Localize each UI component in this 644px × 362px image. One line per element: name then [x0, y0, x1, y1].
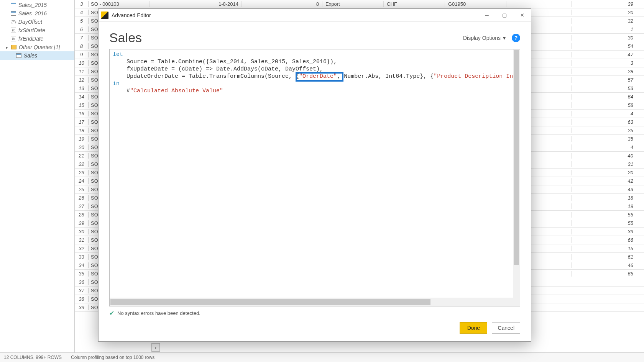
- display-options-label: Display Options: [463, 35, 501, 41]
- done-button[interactable]: Done: [460, 322, 487, 334]
- cell: 20: [571, 10, 644, 15]
- cell: Export: [322, 1, 384, 7]
- query-item-sales-2015[interactable]: Sales_2015: [0, 1, 74, 9]
- table-row[interactable]: 3SO - 0001031-8-20148ExportCHFG0195039: [75, 0, 644, 8]
- cell: 39: [571, 1, 644, 7]
- cell: 65: [571, 271, 644, 277]
- cell: 1: [571, 26, 644, 32]
- cell: G01950: [445, 1, 506, 7]
- cell: CHF: [384, 1, 445, 7]
- row-number: 25: [75, 187, 89, 192]
- cell: 18: [571, 195, 644, 201]
- row-number: 21: [75, 153, 89, 159]
- cell: 61: [571, 254, 644, 260]
- row-number: 34: [75, 262, 89, 268]
- row-number: 32: [75, 246, 89, 251]
- queries-pane: Sales_2015 Sales_2016 1²₃ DayOffset fx f…: [0, 0, 75, 352]
- row-number: 6: [75, 26, 89, 32]
- cell: 4: [571, 144, 644, 150]
- row-number: 26: [75, 195, 89, 201]
- function-icon: fx: [11, 36, 16, 41]
- row-number: 20: [75, 144, 89, 150]
- query-item-fxenddate[interactable]: fx fxEndDate: [0, 34, 74, 43]
- query-label: DayOffset: [18, 19, 42, 25]
- cell: 31: [571, 161, 644, 167]
- query-label: fxStartDate: [18, 27, 45, 33]
- code-editor[interactable]: let Source = Table.Combine({Sales_2014, …: [109, 49, 520, 306]
- cell: 28: [571, 69, 644, 74]
- table-icon: [16, 53, 21, 58]
- status-profiling: Column profiling based on top 1000 rows: [71, 355, 154, 360]
- row-number: 11: [75, 69, 89, 74]
- powerbi-icon: [101, 11, 108, 19]
- help-icon[interactable]: ?: [512, 34, 520, 42]
- query-label: Sales_2016: [18, 10, 47, 16]
- check-icon: ✔: [109, 310, 114, 317]
- row-number: 15: [75, 102, 89, 108]
- cell: 64: [571, 94, 644, 100]
- cell: SO - 000103: [89, 1, 150, 7]
- row-number: 31: [75, 237, 89, 243]
- chevron-down-icon: ▾: [503, 35, 506, 41]
- chevron-down-icon: [5, 44, 9, 50]
- cell: 25: [571, 128, 644, 133]
- cell: 46: [571, 262, 644, 268]
- table-icon: [11, 11, 16, 16]
- row-number: 37: [75, 288, 89, 293]
- row-number: 17: [75, 119, 89, 125]
- row-number: 16: [75, 111, 89, 116]
- row-number: 13: [75, 85, 89, 91]
- cell: 47: [571, 52, 644, 57]
- cancel-button[interactable]: Cancel: [492, 322, 520, 334]
- query-item-fxstartdate[interactable]: fx fxStartDate: [0, 26, 74, 34]
- row-number: 5: [75, 18, 89, 24]
- cell: 43: [571, 187, 644, 192]
- vertical-scrollbar[interactable]: [513, 49, 520, 298]
- row-number: 27: [75, 203, 89, 209]
- row-number: 9: [75, 52, 89, 57]
- query-label: Sales: [24, 52, 37, 59]
- row-number: 18: [75, 128, 89, 133]
- cell: 35: [571, 136, 644, 142]
- query-group-other[interactable]: Other Queries [1]: [0, 43, 74, 51]
- scrollbar-thumb[interactable]: [110, 299, 430, 305]
- syntax-status: ✔ No syntax errors have been detected.: [109, 306, 520, 317]
- minimize-button[interactable]: ─: [478, 9, 496, 22]
- query-item-sales-2016[interactable]: Sales_2016: [0, 9, 74, 18]
- statusbar: 12 COLUMNS, 999+ ROWS Column profiling b…: [0, 352, 644, 362]
- row-number: 35: [75, 271, 89, 277]
- function-icon: fx: [11, 28, 16, 33]
- dialog-title: Advanced Editor: [112, 12, 151, 18]
- cell: 19: [571, 203, 644, 209]
- row-number: 8: [75, 43, 89, 49]
- scrollbar-thumb[interactable]: [514, 50, 519, 265]
- row-number: 38: [75, 296, 89, 302]
- query-item-dayoffset[interactable]: 1²₃ DayOffset: [0, 18, 74, 26]
- row-number: 24: [75, 178, 89, 184]
- row-number: 4: [75, 10, 89, 15]
- cell: 53: [571, 85, 644, 91]
- table-icon: [11, 3, 16, 7]
- cell: 55: [571, 220, 644, 226]
- number-icon: 1²₃: [11, 20, 16, 25]
- cell: 57: [571, 77, 644, 83]
- row-number: 14: [75, 94, 89, 100]
- cell: 58: [571, 102, 644, 108]
- query-item-sales[interactable]: Sales: [0, 51, 74, 60]
- cell: 40: [571, 153, 644, 159]
- display-options-dropdown[interactable]: Display Options ▾: [463, 35, 506, 41]
- cell: 39: [571, 229, 644, 234]
- row-number: 30: [75, 229, 89, 234]
- row-number: 3: [75, 1, 89, 7]
- horizontal-scrollbar[interactable]: [110, 298, 520, 306]
- cell: 66: [571, 237, 644, 243]
- close-button[interactable]: ✕: [513, 9, 531, 22]
- status-columns: 12 COLUMNS, 999+ ROWS: [4, 355, 62, 360]
- cell: 20: [571, 170, 644, 175]
- cell: 42: [571, 178, 644, 184]
- cell: 3: [571, 60, 644, 66]
- cell: 55: [571, 212, 644, 218]
- cell: 32: [571, 18, 644, 24]
- maximize-button[interactable]: ▢: [496, 9, 513, 22]
- scroll-left-button[interactable]: ‹: [151, 343, 160, 352]
